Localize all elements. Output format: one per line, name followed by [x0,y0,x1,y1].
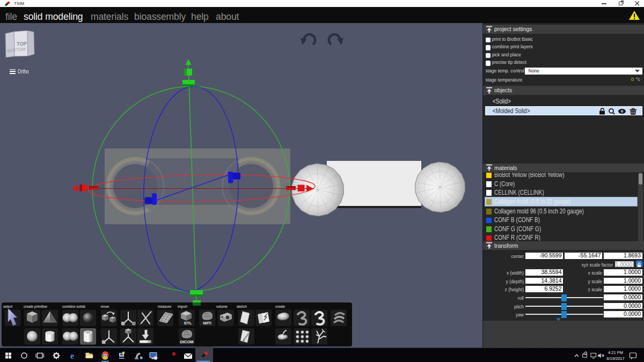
svg-text:e: e [70,351,74,360]
svg-text:6/19/2017: 6/19/2017 [606,356,624,361]
svg-text:4:21 PM: 4:21 PM [608,350,623,355]
